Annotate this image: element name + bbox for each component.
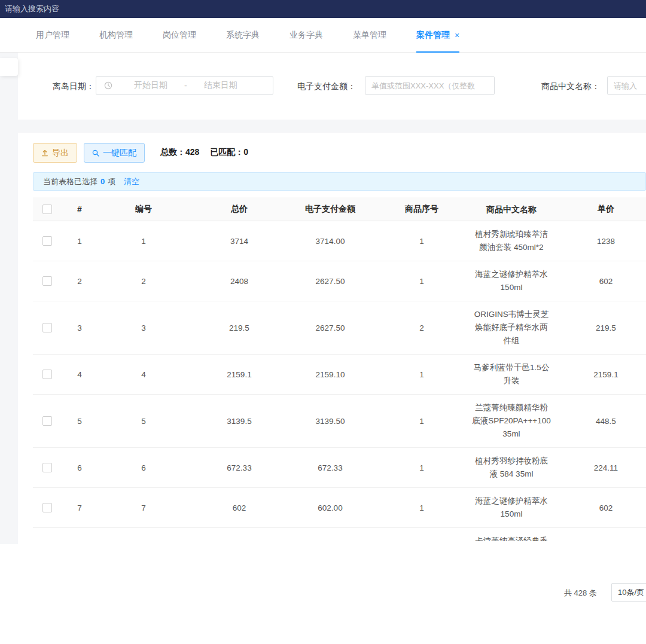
row-checkbox[interactable] xyxy=(42,463,52,472)
tab-label: 系统字典 xyxy=(226,30,260,41)
column-header: 总价 xyxy=(190,204,289,215)
table-cell: 2 xyxy=(371,323,472,332)
export-button[interactable]: 导出 xyxy=(33,143,77,163)
table-cell: 6 xyxy=(97,463,190,472)
table-cell: 1 xyxy=(371,370,472,379)
table-cell: 672.33 xyxy=(289,463,371,472)
table-cell: 海蓝之谜修护精萃水 150ml xyxy=(472,488,551,527)
matched-value: 0 xyxy=(243,147,248,158)
total-value: 428 xyxy=(185,147,199,158)
clear-selection-link[interactable]: 清空 xyxy=(124,176,139,187)
table-cell: 2159.1 xyxy=(551,370,646,379)
table-cell: 602 xyxy=(551,503,646,512)
selection-prefix: 当前表格已选择 xyxy=(43,176,97,187)
table-header-row: #编号总价电子支付金额商品序号商品中文名称单价 xyxy=(33,197,646,221)
tab-label: 岗位管理 xyxy=(163,30,196,41)
table-row: 881366.41366.401卡诗菁纯亮泽经典香氛455.4 xyxy=(33,528,646,541)
tab-label: 机构管理 xyxy=(99,30,133,41)
table-cell: 1 xyxy=(62,237,97,246)
row-checkbox[interactable] xyxy=(42,370,52,379)
row-checkbox[interactable] xyxy=(42,276,52,286)
tab-4[interactable]: 业务字典 xyxy=(290,18,323,52)
sidebar-toggle[interactable] xyxy=(0,58,18,76)
table-cell: 219.5 xyxy=(551,323,646,332)
table-cell: 3 xyxy=(62,323,97,332)
table-cell: 5 xyxy=(97,417,190,426)
table-cell: 219.5 xyxy=(190,323,289,332)
selection-info-bar: 当前表格已选择 0 项 清空 xyxy=(33,172,646,191)
data-table: #编号总价电子支付金额商品序号商品中文名称单价 1137143714.001植村… xyxy=(33,197,646,541)
tab-1[interactable]: 机构管理 xyxy=(99,18,133,52)
match-button-label: 一键匹配 xyxy=(103,148,136,158)
table-cell: 植村秀羽纱持妆粉底液 584 35ml xyxy=(472,448,551,487)
tab-label: 业务字典 xyxy=(290,30,323,41)
tab-2[interactable]: 岗位管理 xyxy=(163,18,196,52)
table-cell: 3714.00 xyxy=(289,237,371,246)
row-checkbox[interactable] xyxy=(42,236,52,246)
table-cell: 4 xyxy=(97,370,190,379)
topbar: 请输入搜索内容 xyxy=(0,0,646,18)
row-checkbox[interactable] xyxy=(42,323,52,332)
table-cell: 1 xyxy=(371,277,472,286)
tab-label: 用户管理 xyxy=(36,30,69,41)
table-row: 1137143714.001植村秀新琥珀臻萃洁颜油套装 450ml*21238 xyxy=(33,221,646,261)
clock-icon xyxy=(104,81,112,90)
page-size-select[interactable]: 10条/页 xyxy=(611,583,646,602)
product-name-input[interactable] xyxy=(607,76,646,95)
matched-label: 已匹配： xyxy=(210,147,243,158)
table-cell: 1 xyxy=(371,417,472,426)
start-date-placeholder: 开始日期 xyxy=(134,80,167,91)
table-cell: 3 xyxy=(97,323,190,332)
one-click-match-button[interactable]: 一键匹配 xyxy=(84,143,145,163)
search-icon xyxy=(92,149,99,157)
tab-0[interactable]: 用户管理 xyxy=(36,18,69,52)
table-row: 77602602.001海蓝之谜修护精萃水 150ml602 xyxy=(33,488,646,528)
table-cell: 3139.5 xyxy=(190,417,289,426)
table-cell: 1 xyxy=(371,237,472,246)
selection-count: 0 xyxy=(100,177,105,186)
table-cell: ORIGINS韦博士灵芝焕能好底子精华水两件组 xyxy=(472,301,551,354)
table-cell: 植村秀新琥珀臻萃洁颜油套装 450ml*2 xyxy=(472,221,551,261)
table-cell: 3139.50 xyxy=(289,417,371,426)
column-header: 编号 xyxy=(97,204,190,215)
depart-date-label: 离岛日期： xyxy=(53,81,95,92)
select-all-checkbox[interactable] xyxy=(42,205,52,214)
table-row: 553139.53139.501兰蔻菁纯臻颜精华粉底液SPF20PA+++100… xyxy=(33,395,646,448)
table-cell: 2159.1 xyxy=(190,370,289,379)
date-range-separator: - xyxy=(184,81,187,90)
table-cell: 1 xyxy=(371,463,472,472)
product-name-label: 商品中文名称： xyxy=(541,81,600,92)
page-size-value: 10条/页 xyxy=(618,587,644,598)
row-checkbox[interactable] xyxy=(42,416,52,426)
tab-3[interactable]: 系统字典 xyxy=(226,18,260,52)
table-cell: 672.33 xyxy=(190,463,289,472)
table-cell: 602.00 xyxy=(289,503,371,512)
tab-5[interactable]: 菜单管理 xyxy=(353,18,386,52)
tab-close-icon[interactable]: × xyxy=(455,30,459,40)
table-cell: 海蓝之谜修护精萃水 150ml xyxy=(472,261,551,301)
table-cell: 1238 xyxy=(551,237,646,246)
table-cell: 7 xyxy=(62,503,97,512)
date-range-picker[interactable]: 开始日期 - 结束日期 xyxy=(96,76,273,95)
global-search-input[interactable]: 请输入搜索内容 xyxy=(5,0,59,18)
table-cell: 224.11 xyxy=(551,463,646,472)
tab-label: 菜单管理 xyxy=(353,30,386,41)
tab-6[interactable]: 案件管理× xyxy=(416,18,459,52)
epay-amount-label: 电子支付金额： xyxy=(297,81,356,92)
tab-label: 案件管理 xyxy=(416,30,450,41)
table-cell: 卡诗菁纯亮泽经典香氛 xyxy=(472,528,551,541)
table-cell: 7 xyxy=(97,503,190,512)
table-row: 2224082627.501海蓝之谜修护精萃水 150ml602 xyxy=(33,261,646,301)
column-header: 电子支付金额 xyxy=(289,204,371,215)
table-cell: 602 xyxy=(551,277,646,286)
table-row: 66672.33672.331植村秀羽纱持妆粉底液 584 35ml224.11 xyxy=(33,448,646,488)
table-row: 33219.52627.502ORIGINS韦博士灵芝焕能好底子精华水两件组21… xyxy=(33,301,646,355)
column-header: # xyxy=(62,205,97,214)
table-cell: 2627.50 xyxy=(289,277,371,286)
table-cell: 5 xyxy=(62,417,97,426)
row-checkbox[interactable] xyxy=(42,503,52,512)
table-body: 1137143714.001植村秀新琥珀臻萃洁颜油套装 450ml*212382… xyxy=(33,221,646,541)
epay-amount-input[interactable] xyxy=(365,76,495,95)
table-cell: 2 xyxy=(97,277,190,286)
table-cell: 兰蔻菁纯臻颜精华粉底液SPF20PA+++100 35ml xyxy=(472,395,551,447)
